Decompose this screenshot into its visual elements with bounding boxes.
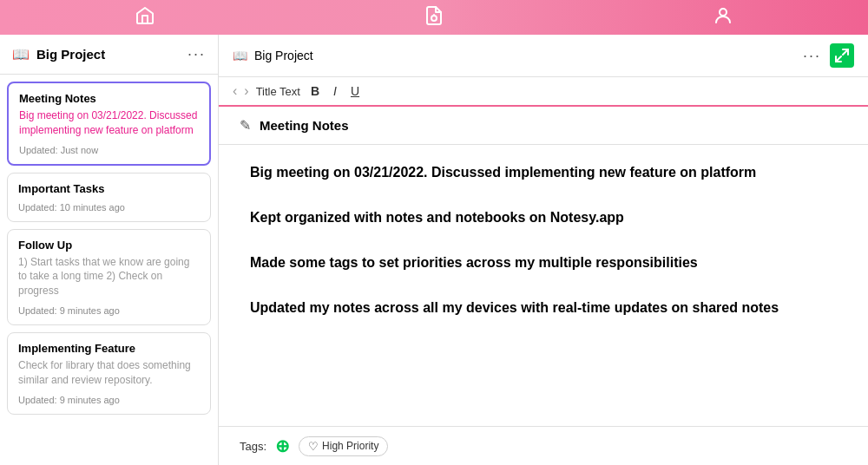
note-card-title: Meeting Notes — [19, 92, 199, 105]
note-card-important-tasks[interactable]: Important Tasks Updated: 10 minutes ago — [7, 173, 211, 222]
svg-point-1 — [720, 9, 727, 16]
note-card-meeting-notes[interactable]: Meeting Notes Big meeting on 03/21/2022.… — [7, 82, 211, 166]
note-card-updated: Updated: 9 minutes ago — [18, 395, 200, 405]
bold-button[interactable]: B — [307, 82, 323, 100]
content-header: 📖 Big Project ··· — [219, 35, 868, 77]
tag-high-priority[interactable]: ♡ High Priority — [299, 436, 388, 456]
note-card-preview: Big meeting on 03/21/2022. Discussed imp… — [19, 108, 199, 138]
note-card-implementing-feature[interactable]: Implementing Feature Check for library t… — [7, 332, 211, 415]
note-body: Big meeting on 03/21/2022. Discussed imp… — [219, 145, 868, 426]
sidebar-more-button[interactable]: ··· — [187, 45, 206, 63]
text-style-label: Title Text — [256, 85, 300, 98]
note-card-updated: Updated: 9 minutes ago — [18, 305, 200, 316]
content-book-icon: 📖 — [233, 49, 247, 62]
note-card-title: Implementing Feature — [18, 342, 200, 355]
forward-button[interactable]: › — [244, 83, 248, 99]
note-heading: Meeting Notes — [260, 118, 349, 133]
note-card-title: Important Tasks — [18, 182, 200, 195]
content-more-button[interactable]: ··· — [803, 47, 821, 65]
italic-button[interactable]: I — [330, 82, 340, 100]
underline-button[interactable]: U — [347, 82, 363, 100]
note-body-line-1: Big meeting on 03/21/2022. Discussed imp… — [250, 162, 837, 183]
sidebar-book-icon: 📖 — [12, 46, 30, 62]
person-nav-icon[interactable] — [706, 2, 740, 34]
content-area: 📖 Big Project ··· ‹ › Title Text — [219, 35, 868, 465]
top-nav-bar — [0, 0, 868, 35]
tag-add-icon[interactable]: ⊕ — [275, 436, 290, 456]
edit-icon: ✎ — [240, 117, 251, 134]
back-button[interactable]: ‹ — [233, 83, 237, 99]
sidebar-title: Big Project — [36, 47, 105, 62]
sidebar-header: 📖 Big Project ··· — [0, 35, 218, 75]
note-card-follow-up[interactable]: Follow Up 1) Start tasks that we know ar… — [7, 229, 211, 325]
note-content-area: ✎ Meeting Notes Big meeting on 03/21/202… — [219, 107, 868, 426]
document-nav-icon[interactable] — [417, 2, 451, 34]
formatting-toolbar: ‹ › Title Text B I U — [219, 77, 868, 107]
note-card-preview: Check for library that does something si… — [18, 358, 200, 388]
note-card-updated: Updated: Just now — [19, 145, 199, 155]
tags-footer: Tags: ⊕ ♡ High Priority — [219, 426, 868, 465]
note-card-preview: 1) Start tasks that we know are going to… — [18, 255, 200, 298]
note-card-updated: Updated: 10 minutes ago — [18, 202, 200, 213]
note-body-line-2: Kept organized with notes and notebooks … — [250, 207, 837, 228]
note-card-title: Follow Up — [18, 239, 200, 252]
tag-label: High Priority — [322, 440, 378, 452]
home-nav-icon[interactable] — [128, 2, 162, 34]
heart-tag-icon: ♡ — [308, 440, 319, 453]
expand-button[interactable] — [830, 43, 854, 68]
note-body-line-4: Updated my notes across all my devices w… — [250, 298, 837, 318]
sidebar-list: Meeting Notes Big meeting on 03/21/2022.… — [0, 75, 218, 465]
note-title-bar: ✎ Meeting Notes — [219, 107, 868, 145]
sidebar: 📖 Big Project ··· Meeting Notes Big meet… — [0, 35, 219, 465]
note-body-line-3: Made some tags to set priorities across … — [250, 252, 837, 273]
content-title: Big Project — [254, 49, 313, 62]
tags-label: Tags: — [240, 440, 266, 453]
